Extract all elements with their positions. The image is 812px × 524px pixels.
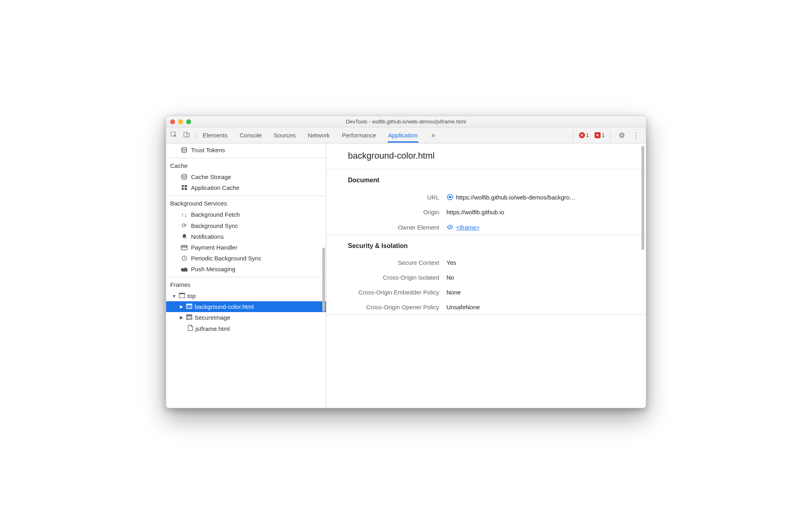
window-icon <box>179 292 185 299</box>
close-window-button[interactable] <box>170 119 175 124</box>
tab-performance[interactable]: Performance <box>341 128 377 143</box>
label-origin: Origin <box>348 209 446 216</box>
grid-icon <box>181 185 188 191</box>
sidebar-item-cache-storage[interactable]: Cache Storage <box>166 171 326 182</box>
sidebar: Trust Tokens Cache Cache Storage Applica… <box>166 143 326 408</box>
section-security-title: Security & Isolation <box>326 235 646 255</box>
svg-rect-15 <box>187 304 192 305</box>
svg-rect-6 <box>185 185 187 187</box>
svg-rect-21 <box>448 196 452 198</box>
sidebar-item-notifications[interactable]: Notifications <box>166 231 326 242</box>
sidebar-item-label: Periodic Background Sync <box>191 255 261 262</box>
main-panel: background-color.html Document URL https… <box>326 143 646 408</box>
settings-gear-icon[interactable]: ⚙ <box>616 131 627 140</box>
sidebar-item-label: Application Cache <box>191 184 239 191</box>
owner-link[interactable]: <iframe> <box>456 224 480 231</box>
devtools-window: DevTools - wolfib.github.io/web-demos/js… <box>166 116 646 408</box>
svg-point-3 <box>182 147 187 149</box>
sidebar-scrollbar[interactable] <box>322 248 325 312</box>
svg-rect-5 <box>182 185 184 187</box>
tab-console[interactable]: Console <box>239 128 263 143</box>
disclosure-right-icon[interactable]: ▶ <box>179 304 184 309</box>
database-icon <box>181 147 188 153</box>
svg-rect-10 <box>181 246 187 248</box>
svg-rect-16 <box>187 306 191 308</box>
frames-tree: ▼ top ▶ background-color.html <box>166 290 326 334</box>
row-cross-origin-isolated: Cross-Origin Isolated No <box>326 270 646 285</box>
sidebar-item-periodic-sync[interactable]: Periodic Background Sync <box>166 253 326 264</box>
inspect-element-icon[interactable] <box>170 131 177 139</box>
svg-rect-19 <box>187 316 191 319</box>
tab-elements[interactable]: Elements <box>202 128 229 143</box>
sidebar-item-payment-handler[interactable]: Payment Handler <box>166 242 326 253</box>
disclosure-down-icon[interactable]: ▼ <box>172 294 177 298</box>
error-badge[interactable]: ✕ 1 <box>579 132 589 138</box>
more-tabs-icon[interactable]: » <box>429 131 438 139</box>
traffic-lights <box>166 119 191 124</box>
sidebar-item-label: Trust Tokens <box>191 147 225 153</box>
sidebar-item-label: Background Fetch <box>191 211 240 218</box>
device-toolbar-icon[interactable] <box>183 131 190 139</box>
sidebar-item-application-cache[interactable]: Application Cache <box>166 182 326 193</box>
issue-count: 1 <box>602 132 605 138</box>
tab-application[interactable]: Application <box>388 128 418 143</box>
section-document-title: Document <box>326 169 646 189</box>
sidebar-item-background-fetch[interactable]: ↑↓ Background Fetch <box>166 209 326 220</box>
label-coop: Cross-Origin Opener Policy <box>348 304 446 310</box>
row-url: URL https://wolfib.github.io/web-demos/b… <box>326 189 646 205</box>
sidebar-heading-cache: Cache <box>166 158 326 171</box>
toolbar: Elements Console Sources Network Perform… <box>166 127 646 143</box>
frame-heading: background-color.html <box>326 143 646 169</box>
sidebar-heading-bg-services: Background Services <box>166 196 326 209</box>
label-coep: Cross-Origin Embedder Policy <box>348 289 446 296</box>
reveal-icon[interactable] <box>446 193 454 201</box>
sidebar-item-trust-tokens[interactable]: Trust Tokens <box>166 143 326 155</box>
label-owner: Owner Element <box>348 224 446 231</box>
sidebar-item-label: Background Sync <box>191 222 238 229</box>
error-count: 1 <box>586 132 589 138</box>
tab-network[interactable]: Network <box>307 128 331 143</box>
frame-jsiframe[interactable]: jsIframe.html <box>166 323 326 334</box>
divider <box>610 131 611 140</box>
svg-rect-7 <box>182 188 184 190</box>
label-secure-context: Secure Context <box>348 259 446 266</box>
element-icon <box>446 224 454 231</box>
sync-icon: ⟳ <box>181 222 188 229</box>
frame-label: jsIframe.html <box>195 325 230 332</box>
disclosure-right-icon[interactable]: ▶ <box>179 315 184 320</box>
sidebar-item-push-messaging[interactable]: Push Messaging <box>166 264 326 274</box>
more-menu-icon[interactable]: ⋮ <box>630 131 642 140</box>
label-coi: Cross-Origin Isolated <box>348 274 446 281</box>
frame-secure-image[interactable]: ▶ SecureImage <box>166 312 326 323</box>
frame-top[interactable]: ▼ top <box>166 290 326 301</box>
divider <box>196 131 196 140</box>
row-coep: Cross-Origin Embedder Policy None <box>326 285 646 300</box>
iframe-icon <box>186 303 192 310</box>
issue-badge[interactable]: ✕ 1 <box>595 132 605 138</box>
value-secure-context: Yes <box>446 259 456 266</box>
frame-background-color[interactable]: ▶ background-color.html <box>166 301 326 312</box>
frame-label: SecureImage <box>195 314 230 321</box>
clock-icon <box>181 255 188 261</box>
sidebar-item-label: Notifications <box>191 233 224 240</box>
minimize-window-button[interactable] <box>178 119 183 124</box>
sidebar-item-background-sync[interactable]: ⟳ Background Sync <box>166 220 326 231</box>
row-origin: Origin https://wolfib.github.io <box>326 205 646 220</box>
sidebar-item-label: Cache Storage <box>191 173 231 180</box>
fetch-arrows-icon: ↑↓ <box>181 211 188 218</box>
value-coep: None <box>446 289 461 296</box>
sidebar-item-label: Payment Handler <box>191 244 237 251</box>
main-scrollbar[interactable] <box>641 146 644 250</box>
error-square-icon: ✕ <box>595 132 601 138</box>
svg-rect-13 <box>179 293 185 294</box>
tab-sources[interactable]: Sources <box>273 128 297 143</box>
svg-rect-2 <box>187 133 189 137</box>
zoom-window-button[interactable] <box>186 119 191 124</box>
svg-rect-18 <box>187 314 192 316</box>
svg-rect-9 <box>181 245 187 250</box>
sidebar-heading-frames: Frames <box>166 277 326 290</box>
bell-icon <box>181 234 188 240</box>
row-owner-element: Owner Element <iframe> <box>326 220 646 235</box>
value-url: https://wolfib.github.io/web-demos/backg… <box>456 194 575 201</box>
window-title: DevTools - wolfib.github.io/web-demos/js… <box>166 119 646 125</box>
